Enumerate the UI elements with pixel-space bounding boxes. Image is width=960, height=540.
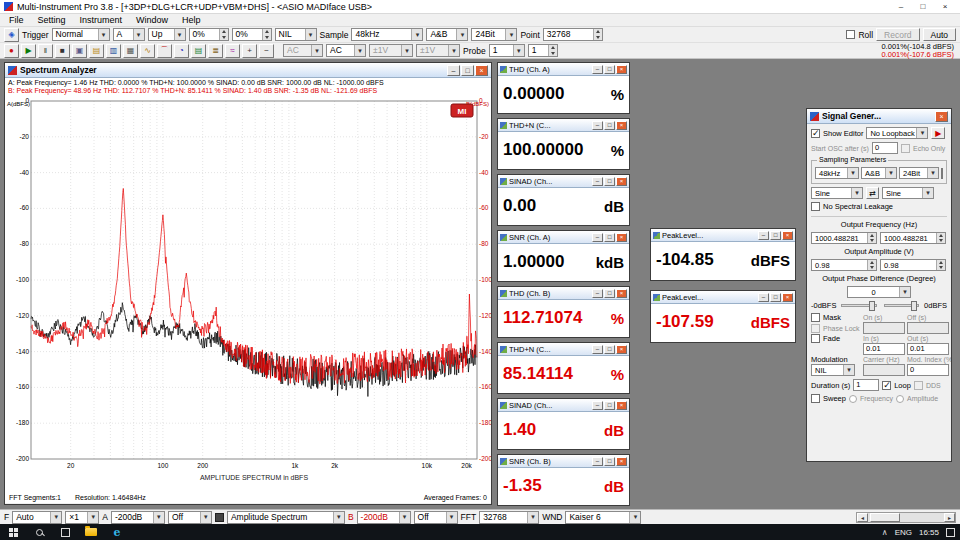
meter-titlebar[interactable]: THD (Ch. A) – □ × [498, 63, 629, 76]
auto-button[interactable]: Auto [923, 28, 957, 41]
gen-bits-select[interactable]: 24Bit [899, 167, 939, 179]
meter-minimize-button[interactable]: – [592, 289, 603, 298]
meter-close-button[interactable]: × [616, 345, 627, 354]
meter-maximize-button[interactable]: □ [604, 401, 615, 410]
slider-thumb[interactable] [911, 301, 917, 311]
no-spectral-leakage-checkbox[interactable] [811, 202, 820, 211]
run-icon[interactable]: ▶ [21, 44, 36, 58]
trigger-level-input[interactable]: 0% [189, 28, 229, 41]
coupling-a-select[interactable]: AC [283, 44, 323, 57]
meter-close-button[interactable]: × [616, 289, 627, 298]
mask-checkbox[interactable] [811, 313, 820, 322]
menu-item[interactable]: Window [129, 15, 175, 25]
meter-close-button[interactable]: × [782, 293, 793, 302]
zoom-in-icon[interactable]: + [242, 44, 257, 58]
mask-on-input[interactable] [863, 322, 905, 334]
fade-out-input[interactable]: 0.01 [907, 343, 949, 355]
browser-button[interactable] [104, 524, 130, 540]
meter-minimize-button[interactable]: – [592, 121, 603, 130]
channels-select[interactable]: A&B [426, 28, 468, 41]
probe-b-input[interactable]: 1 [528, 44, 558, 57]
spinner-arrows-icon[interactable] [262, 29, 271, 40]
camera-icon[interactable]: ▣ [72, 44, 87, 58]
meter-close-button[interactable]: × [616, 457, 627, 466]
spinner-arrows-icon[interactable] [867, 233, 876, 243]
level-b-slider[interactable] [884, 304, 919, 307]
meter-titlebar[interactable]: THD+N (C... – □ × [498, 343, 629, 356]
spinner-arrows-icon[interactable] [593, 29, 602, 40]
meter-minimize-button[interactable]: – [758, 231, 769, 240]
probe-a-select[interactable]: 1 [489, 44, 525, 57]
meter-minimize-button[interactable]: – [592, 457, 603, 466]
meter-titlebar[interactable]: PeakLevel... – □ × [651, 291, 795, 304]
menu-item[interactable]: Instrument [73, 15, 130, 25]
view-mode-icon[interactable] [215, 513, 224, 522]
meter-maximize-button[interactable]: □ [604, 121, 615, 130]
compensation-b-select[interactable]: Off [414, 511, 458, 524]
range-a-db-select[interactable]: -200dB [111, 511, 165, 524]
clock[interactable]: 16:55 [919, 528, 939, 537]
amplitude-b-input[interactable]: 0.98 [880, 259, 946, 271]
generator-start-button[interactable] [931, 127, 945, 139]
spectrum-plot[interactable]: 00-20-20-40-40-60-60-80-80-100-100-120-1… [5, 95, 491, 491]
frequency-a-input[interactable]: 1000.488281 [811, 232, 877, 244]
meter-maximize-button[interactable]: □ [604, 289, 615, 298]
scroll-right-icon[interactable]: ▸ [944, 513, 955, 522]
menu-item[interactable]: Setting [31, 15, 73, 25]
minimize-button[interactable]: – [890, 0, 912, 13]
meter-maximize-button[interactable]: □ [604, 233, 615, 242]
meter-close-button[interactable]: × [616, 177, 627, 186]
meter-close-button[interactable]: × [616, 233, 627, 242]
trigger-mode-select[interactable]: Normal [52, 28, 110, 41]
mask-off-input[interactable] [907, 322, 949, 334]
open-file-icon[interactable]: ▤ [89, 44, 104, 58]
scrollbar-thumb[interactable] [870, 513, 900, 522]
spinner-arrows-icon[interactable] [936, 233, 945, 243]
level-a-slider[interactable] [841, 304, 876, 307]
notification-icon[interactable] [946, 528, 955, 537]
swap-channels-icon[interactable] [866, 187, 879, 199]
menu-item[interactable]: File [2, 15, 31, 25]
meter-maximize-button[interactable]: □ [770, 293, 781, 302]
meter-titlebar[interactable]: PeakLevel... – □ × [651, 229, 795, 242]
meter-minimize-button[interactable]: – [592, 233, 603, 242]
spectrum-analyzer-icon[interactable]: ⌒ [157, 44, 172, 58]
multimeter-icon[interactable]: ◔ [174, 44, 189, 58]
maximize-button[interactable]: □ [912, 0, 934, 13]
spectrum-close-button[interactable]: × [475, 65, 488, 76]
coupling-b-select[interactable]: AC [326, 44, 366, 57]
points-input[interactable]: 32768 [543, 28, 603, 41]
meter-maximize-button[interactable]: □ [604, 177, 615, 186]
frequency-radio[interactable] [849, 395, 857, 403]
frequency-b-input[interactable]: 1000.488281 [880, 232, 946, 244]
meter-titlebar[interactable]: SINAD (Ch... – □ × [498, 175, 629, 188]
spectrum-3d-icon[interactable]: ▤ [191, 44, 206, 58]
gen-channels-select[interactable]: A&B [861, 167, 897, 179]
fft-size-select[interactable]: 32768 [479, 511, 539, 524]
spinner-arrows-icon[interactable] [936, 260, 945, 270]
trigger-delay-input[interactable]: 0% [232, 28, 272, 41]
record-button[interactable]: Record [876, 28, 919, 41]
gen-save-icon[interactable] [941, 168, 943, 179]
meter-maximize-button[interactable]: □ [604, 65, 615, 74]
waveform-a-select[interactable]: Sine [811, 187, 863, 199]
meter-minimize-button[interactable]: – [592, 345, 603, 354]
meter-minimize-button[interactable]: – [592, 401, 603, 410]
range-a-select[interactable]: ±1V [369, 44, 413, 57]
scroll-left-icon[interactable]: ◂ [857, 513, 868, 522]
start-osc-input[interactable]: 0 [872, 142, 898, 154]
meter-close-button[interactable]: × [782, 231, 793, 240]
meter-close-button[interactable]: × [616, 401, 627, 410]
compensation-a-select[interactable]: Off [168, 511, 212, 524]
horizontal-scrollbar[interactable]: ◂ ▸ [856, 512, 956, 523]
meter-minimize-button[interactable]: – [758, 293, 769, 302]
dds-checkbox[interactable] [914, 381, 923, 390]
spinner-arrows-icon[interactable] [867, 260, 876, 270]
file-explorer-button[interactable] [78, 524, 104, 540]
waveform-b-select[interactable]: Sine [882, 187, 934, 199]
frequency-zoom-select[interactable]: ×1 [65, 511, 99, 524]
roll-checkbox[interactable] [846, 30, 855, 39]
meter-close-button[interactable]: × [616, 121, 627, 130]
siggen-titlebar[interactable]: Signal Gener... × [807, 109, 951, 124]
loop-checkbox[interactable] [882, 381, 891, 390]
